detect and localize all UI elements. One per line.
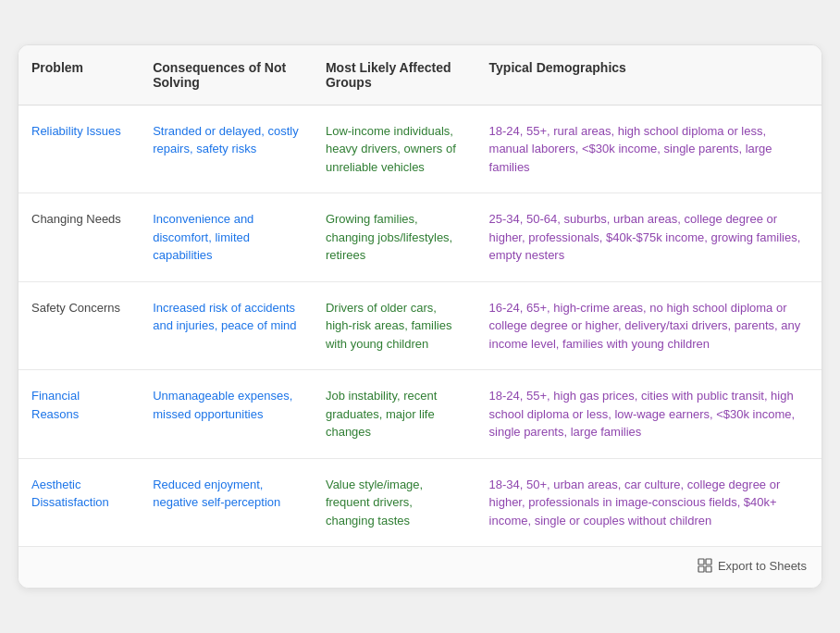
cell-groups: Drivers of older cars, high-risk areas, … (313, 281, 476, 370)
table-row: Changing NeedsInconvenience and discomfo… (19, 193, 821, 282)
cell-groups: Job instability, recent graduates, major… (313, 370, 476, 459)
table-row: Aesthetic DissatisfactionReduced enjoyme… (19, 458, 821, 546)
table-header-row: Problem Consequences of Not Solving Most… (19, 45, 821, 106)
header-groups: Most Likely Affected Groups (313, 45, 476, 106)
cell-consequences: Stranded or delayed, costly repairs, saf… (140, 105, 313, 193)
cell-demographics: 18-24, 55+, high gas prices, cities with… (476, 370, 821, 459)
cell-problem: Changing Needs (19, 193, 140, 282)
cell-consequences: Reduced enjoyment, negative self-percept… (140, 458, 313, 546)
cell-demographics: 16-24, 65+, high-crime areas, no high sc… (476, 281, 821, 370)
cell-demographics: 25-34, 50-64, suburbs, urban areas, coll… (476, 193, 821, 282)
export-label: Export to Sheets (718, 559, 807, 573)
cell-consequences: Increased risk of accidents and injuries… (140, 281, 313, 370)
header-problem: Problem (19, 45, 140, 106)
main-card: Problem Consequences of Not Solving Most… (18, 44, 822, 590)
svg-rect-0 (698, 559, 704, 565)
cell-demographics: 18-24, 55+, rural areas, high school dip… (476, 105, 821, 193)
cell-problem: Reliability Issues (19, 105, 140, 193)
svg-rect-2 (698, 566, 704, 572)
export-to-sheets-button[interactable]: Export to Sheets (698, 558, 807, 573)
export-icon (698, 558, 712, 573)
cell-groups: Value style/image, frequent drivers, cha… (313, 458, 476, 546)
header-demographics: Typical Demographics (476, 45, 821, 106)
svg-rect-1 (706, 559, 711, 565)
footer-row: Export to Sheets (19, 546, 821, 588)
cell-problem: Aesthetic Dissatisfaction (19, 458, 140, 546)
cell-consequences: Inconvenience and discomfort, limited ca… (140, 193, 313, 282)
table-row: Safety ConcernsIncreased risk of acciden… (19, 281, 821, 370)
header-consequences: Consequences of Not Solving (140, 45, 313, 106)
cell-consequences: Unmanageable expenses, missed opportunit… (140, 370, 313, 459)
table-row: Reliability IssuesStranded or delayed, c… (19, 105, 821, 193)
svg-rect-3 (706, 566, 711, 572)
table-row: Financial ReasonsUnmanageable expenses, … (19, 370, 821, 459)
cell-groups: Low-income individuals, heavy drivers, o… (313, 105, 476, 193)
cell-demographics: 18-34, 50+, urban areas, car culture, co… (476, 458, 821, 546)
cell-problem: Safety Concerns (19, 281, 140, 370)
cell-problem: Financial Reasons (19, 370, 140, 459)
cell-groups: Growing families, changing jobs/lifestyl… (313, 193, 476, 282)
data-table: Problem Consequences of Not Solving Most… (19, 45, 821, 547)
